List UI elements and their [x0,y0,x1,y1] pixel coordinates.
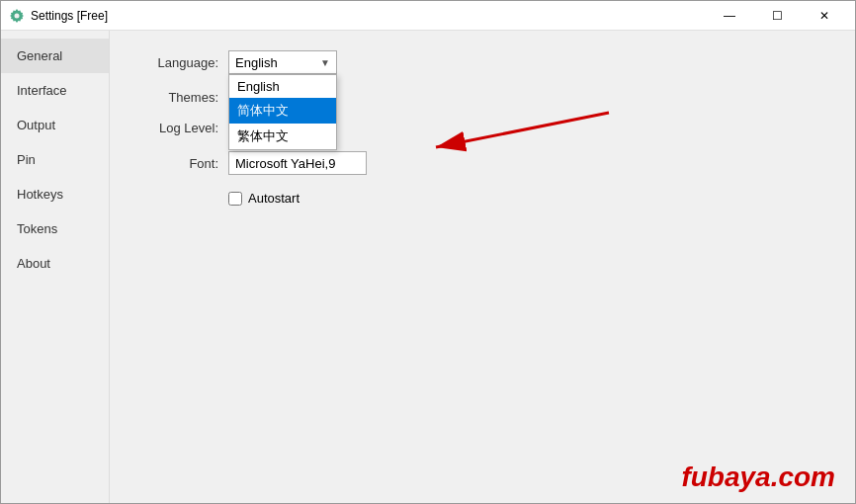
svg-point-1 [15,13,20,18]
language-dropdown-wrapper: English ▼ English 简体中文 繁体中文 [228,50,337,74]
language-dropdown-menu: English 简体中文 繁体中文 [228,74,337,150]
language-selected-value: English [235,55,278,70]
autostart-row: Autostart [228,191,825,206]
sidebar-item-hotkeys[interactable]: Hotkeys [1,177,109,211]
arrow-annotation [416,98,614,197]
title-bar: Settings [Free] — ☐ ✕ [1,1,855,31]
autostart-label: Autostart [248,191,300,206]
font-value: Microsoft YaHei,9 [235,156,335,171]
language-option-simplified[interactable]: 简体中文 [229,98,336,124]
themes-label: Themes: [139,90,218,105]
content-area: General Interface Output Pin Hotkeys Tok… [1,31,855,503]
maximize-button[interactable]: ☐ [754,2,800,30]
sidebar-item-about[interactable]: About [1,246,109,281]
sidebar-item-output[interactable]: Output [1,108,109,142]
minimize-button[interactable]: — [707,2,752,30]
settings-window: Settings [Free] — ☐ ✕ General Interface … [0,0,856,504]
title-bar-left: Settings [Free] [9,8,108,24]
language-dropdown[interactable]: English ▼ [228,50,337,74]
sidebar-item-interface[interactable]: Interface [1,73,109,108]
autostart-checkbox[interactable] [228,192,242,206]
language-option-traditional[interactable]: 繁体中文 [229,124,336,149]
language-option-english[interactable]: English [229,75,336,98]
close-button[interactable]: ✕ [802,2,847,30]
sidebar-item-tokens[interactable]: Tokens [1,211,109,246]
font-row: Font: Microsoft YaHei,9 [139,151,825,175]
sidebar: General Interface Output Pin Hotkeys Tok… [1,31,110,503]
font-display[interactable]: Microsoft YaHei,9 [228,151,367,175]
language-row: Language: English ▼ English 简体中文 繁体中文 [139,50,825,74]
dropdown-arrow-icon: ▼ [320,57,330,68]
watermark: fubaya.com [681,462,835,493]
sidebar-item-general[interactable]: General [1,39,109,73]
title-bar-controls: — ☐ ✕ [707,2,847,30]
sidebar-item-pin[interactable]: Pin [1,142,109,177]
language-label: Language: [139,55,218,70]
window-title: Settings [Free] [31,9,108,23]
log-level-label: Log Level: [139,121,218,135]
main-content: Language: English ▼ English 简体中文 繁体中文 [110,31,855,503]
font-label: Font: [139,156,218,171]
settings-icon [9,8,25,24]
